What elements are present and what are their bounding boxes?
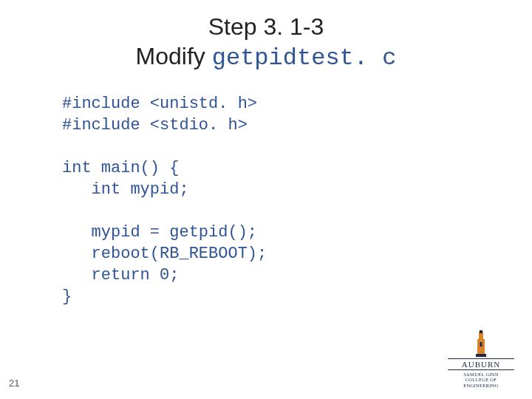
slide-title: Step 3. 1-3 Modify getpidtest. c <box>0 12 532 73</box>
page-number: 21 <box>9 378 19 389</box>
code-line: reboot(RB_REBOOT); <box>62 245 267 263</box>
code-line: mypid = getpid(); <box>62 223 257 242</box>
slide: Step 3. 1-3 Modify getpidtest. c #includ… <box>0 0 532 399</box>
code-block: #include <unistd. h> #include <stdio. h>… <box>62 93 267 307</box>
title-modify-prefix: Modify <box>136 43 212 69</box>
logo-university: AUBURN <box>448 358 514 370</box>
auburn-logo: AUBURN SAMUEL GINN COLLEGE OF ENGINEERIN… <box>448 330 514 389</box>
code-line: } <box>62 287 72 306</box>
code-line: int main() { <box>62 159 179 177</box>
svg-rect-4 <box>480 342 482 347</box>
code-line: return 0; <box>62 266 179 284</box>
title-modify-line: Modify getpidtest. c <box>0 41 532 73</box>
tower-icon <box>473 330 489 357</box>
logo-sub2: COLLEGE OF ENGINEERING <box>448 377 514 389</box>
code-line: #include <unistd. h> <box>62 95 257 113</box>
title-step: Step 3. 1-3 <box>0 12 532 41</box>
svg-rect-3 <box>476 354 486 357</box>
logo-sub1: SAMUEL GINN <box>448 372 514 378</box>
title-filename: getpidtest. c <box>212 44 397 72</box>
code-line: int mypid; <box>62 180 189 199</box>
svg-rect-2 <box>480 330 482 333</box>
code-line: #include <stdio. h> <box>62 116 248 134</box>
